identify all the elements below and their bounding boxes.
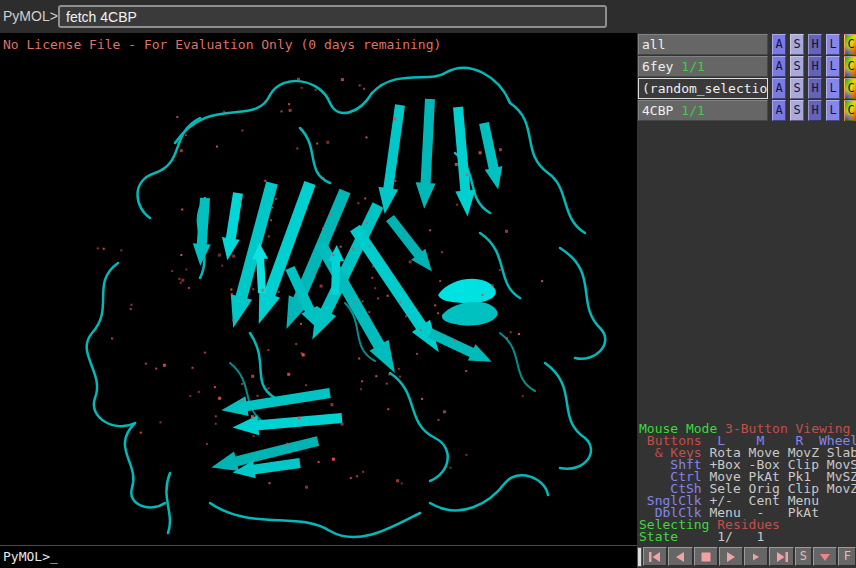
step-back-button[interactable] <box>668 547 692 566</box>
go-to-end-button[interactable] <box>769 547 793 566</box>
object-name-random-selection[interactable]: (random_selectio <box>638 78 768 99</box>
pymol-window: PyMOL> <box>0 0 856 568</box>
show-button[interactable]: S <box>790 100 804 121</box>
state-line: State 1/ 1 <box>639 531 856 543</box>
color-button[interactable]: C <box>844 100 856 121</box>
command-input[interactable] <box>58 5 607 28</box>
viewport-prompt: PyMOL>_ <box>3 549 58 564</box>
stop-button[interactable] <box>694 547 718 566</box>
command-bar: PyMOL> <box>0 0 856 33</box>
label-button[interactable]: L <box>826 34 840 55</box>
side-panel: all A S H L C 6fey1/1 A S H L C (random_… <box>637 33 856 568</box>
show-button[interactable]: S <box>790 34 804 55</box>
fullscreen-button[interactable]: F <box>838 547 856 566</box>
hide-button[interactable]: H <box>808 100 822 121</box>
object-row: 6fey1/1 A S H L C <box>638 56 856 77</box>
hide-button[interactable]: H <box>808 78 822 99</box>
color-button[interactable]: C <box>844 56 856 77</box>
play-button[interactable] <box>719 547 743 566</box>
helix <box>438 279 497 326</box>
object-row: (random_selectio A S H L C <box>638 78 856 99</box>
object-name-all[interactable]: all <box>638 34 768 55</box>
action-button[interactable]: A <box>772 78 786 99</box>
label-button[interactable]: L <box>826 56 840 77</box>
panel-grip[interactable] <box>637 547 642 567</box>
object-row: 4CBP1/1 A S H L C <box>638 100 856 121</box>
mouse-legend: Mouse Mode 3-Button Viewing Buttons L M … <box>639 423 856 543</box>
action-button[interactable]: A <box>772 34 786 55</box>
action-button[interactable]: A <box>772 56 786 77</box>
show-button[interactable]: S <box>790 78 804 99</box>
step-forward-button[interactable] <box>744 547 768 566</box>
viewport-3d[interactable]: No License File - For Evaluation Only (0… <box>0 33 637 568</box>
action-button[interactable]: A <box>772 100 786 121</box>
viewport-divider <box>0 545 637 546</box>
hide-button[interactable]: H <box>808 56 822 77</box>
protein-structure <box>0 33 637 545</box>
label-button[interactable]: L <box>826 100 840 121</box>
go-to-start-button[interactable] <box>643 547 667 566</box>
playback-bar: S F <box>637 546 856 568</box>
command-prompt-label: PyMOL> <box>3 0 58 33</box>
object-name-4cbp[interactable]: 4CBP1/1 <box>638 100 768 121</box>
scene-button[interactable]: S <box>795 547 813 566</box>
color-button[interactable]: C <box>844 34 856 55</box>
object-name-6fey[interactable]: 6fey1/1 <box>638 56 768 77</box>
license-notice: No License File - For Evaluation Only (0… <box>3 37 441 52</box>
label-button[interactable]: L <box>826 78 840 99</box>
show-button[interactable]: S <box>790 56 804 77</box>
color-button[interactable]: C <box>844 78 856 99</box>
hide-button[interactable]: H <box>808 34 822 55</box>
rock-button[interactable] <box>813 547 837 566</box>
object-row: all A S H L C <box>638 34 856 55</box>
